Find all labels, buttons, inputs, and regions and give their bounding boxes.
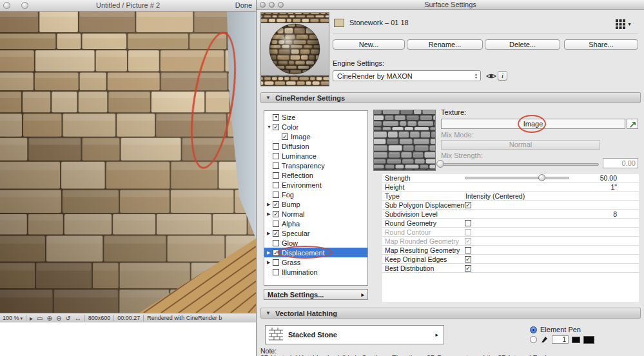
tree-item-fog[interactable]: Fog — [264, 190, 367, 199]
channel-checkbox[interactable] — [273, 172, 279, 179]
param-checkbox[interactable]: ✓ — [465, 256, 471, 262]
share-button[interactable]: Share... — [564, 39, 638, 50]
tree-item-reflection[interactable]: Reflection — [264, 170, 367, 180]
param-checkbox[interactable] — [465, 247, 471, 253]
mix-strength-slider-track[interactable] — [439, 163, 599, 166]
param-checkbox[interactable]: ✓ — [465, 265, 471, 272]
mix-mode-select[interactable]: Normal — [441, 140, 600, 150]
tree-item-normal[interactable]: ▶✓Normal — [264, 209, 367, 219]
match-settings-button[interactable]: Match Settings... ▸ — [264, 289, 368, 300]
channel-checkbox[interactable]: ✓ — [282, 134, 288, 140]
rotate-view-icon[interactable]: ↺ — [65, 314, 70, 322]
tree-item-luminance[interactable]: Luminance — [264, 151, 367, 161]
disclosure-down-icon[interactable]: ▼ — [266, 310, 271, 316]
texture-load-button[interactable] — [627, 119, 638, 129]
render-viewport — [0, 12, 256, 313]
pen-color-swatch[interactable] — [572, 337, 580, 343]
channel-checkbox[interactable] — [273, 143, 279, 150]
channel-checkbox[interactable] — [273, 221, 279, 227]
preview-eye-button[interactable] — [485, 71, 498, 81]
tree-item-transparency[interactable]: Transparency — [264, 161, 367, 170]
disclosure-right-icon[interactable]: ▶ — [267, 212, 273, 217]
new-button[interactable]: New... — [333, 39, 405, 50]
tree-item-label: Environment — [282, 181, 322, 189]
tree-item-environment[interactable]: Environment — [264, 180, 367, 190]
channel-checkbox[interactable] — [273, 153, 279, 159]
channel-checkbox[interactable]: ✓ — [273, 250, 279, 256]
tree-item-bump[interactable]: ▶✓Bump — [264, 199, 367, 209]
rendered-stone-wall-image — [0, 12, 256, 313]
param-label: Map Rounded Geometry — [382, 237, 463, 245]
engine-select[interactable]: CineRender by MAXON ▲▼ — [333, 70, 481, 81]
tree-item-label: Glow — [282, 239, 298, 247]
mix-strength-value-field[interactable]: 0.00 — [603, 158, 638, 168]
disclosure-right-icon[interactable]: ▶ — [267, 260, 273, 265]
divider — [113, 315, 114, 321]
channel-checkbox[interactable]: ✓ — [273, 201, 279, 208]
strength-slider-track[interactable] — [465, 177, 569, 179]
tree-item-displacement[interactable]: ▶✓Displacement — [264, 248, 367, 257]
pan-icon[interactable]: ↔ — [75, 314, 81, 322]
param-label: Strength — [382, 174, 463, 182]
element-pen-radio[interactable] — [530, 326, 537, 333]
pen-number-field[interactable]: 1 — [552, 335, 569, 344]
background-pen-swatch[interactable] — [583, 336, 594, 344]
param-checkbox[interactable] — [465, 220, 471, 226]
disclosure-right-icon[interactable]: ▶ — [267, 250, 273, 255]
mix-strength-slider-handle[interactable] — [436, 160, 444, 168]
rename-button[interactable]: Rename... — [407, 39, 483, 50]
zoom-out-icon[interactable]: ⊖ — [56, 314, 61, 322]
grid-icon — [615, 19, 626, 30]
render-time: 00:00:27 — [117, 315, 140, 321]
param-control: Intensity (Centered) — [463, 192, 569, 200]
section-header-vectorial[interactable]: ▼ Vectorial Hatching — [260, 308, 641, 319]
marquee-zoom-icon[interactable]: ▭ — [37, 314, 43, 322]
strength-slider-handle[interactable] — [538, 174, 545, 181]
channel-checkbox[interactable] — [273, 269, 279, 275]
channel-checkbox[interactable]: ✓ — [273, 211, 279, 217]
param-label: Subdivision Level — [382, 210, 463, 218]
custom-pen-option[interactable]: 1 — [530, 335, 594, 344]
tree-item-grass[interactable]: ▶Grass — [264, 257, 367, 267]
tree-item-illumination[interactable]: Illumination — [264, 267, 367, 277]
tree-item-label: Grass — [282, 259, 300, 266]
done-button[interactable]: Done — [235, 1, 252, 9]
section-header-cinerender[interactable]: ▼ CineRender Settings — [260, 92, 641, 103]
disclosure-right-icon[interactable]: ▶ — [267, 202, 273, 207]
material-list-button[interactable]: ▼ — [615, 16, 638, 32]
tree-item-color[interactable]: ▼✓Color — [264, 122, 367, 132]
channel-checkbox[interactable]: ✓ — [273, 230, 279, 237]
channel-checkbox[interactable]: ▪ — [273, 114, 279, 121]
param-value[interactable]: 8 — [569, 210, 639, 218]
tree-item-label: Fog — [282, 191, 294, 199]
delete-button[interactable]: Delete... — [485, 39, 560, 50]
param-text-value[interactable]: Intensity (Centered) — [465, 192, 525, 200]
tree-item-diffusion[interactable]: Diffusion — [264, 141, 367, 151]
tree-item-glow[interactable]: Glow — [264, 238, 367, 248]
tree-item-image[interactable]: ✓Image — [264, 132, 367, 141]
zoom-in-icon[interactable]: ⊕ — [47, 314, 52, 322]
hatching-select-button[interactable]: Stacked Stone ▸ — [265, 325, 444, 344]
zoom-control[interactable]: 100 % ▾ — [3, 314, 23, 322]
param-value[interactable]: 1" — [569, 183, 639, 191]
param-value[interactable]: 50.00 — [569, 174, 639, 182]
custom-pen-radio[interactable] — [530, 336, 537, 343]
tree-item-alpha[interactable]: Alpha — [264, 219, 367, 228]
channel-checkbox[interactable] — [273, 182, 279, 188]
disclosure-down-icon[interactable]: ▼ — [266, 95, 271, 101]
play-icon[interactable]: ▸ — [30, 314, 33, 322]
disclosure-down-icon[interactable]: ▼ — [267, 124, 273, 129]
info-button[interactable]: i — [498, 71, 507, 81]
tree-item-size[interactable]: ▪Size — [264, 112, 367, 122]
channel-checkbox[interactable] — [273, 163, 279, 169]
disclosure-right-icon[interactable]: ▶ — [267, 231, 273, 236]
texture-image-button[interactable]: Image — [441, 119, 625, 129]
channel-checkbox[interactable]: ✓ — [273, 124, 279, 130]
tree-item-specular[interactable]: ▶✓Specular — [264, 228, 367, 238]
mix-strength-label: Mix Strength: — [441, 152, 483, 159]
channel-checkbox[interactable] — [273, 240, 279, 246]
channel-checkbox[interactable] — [273, 192, 279, 198]
param-checkbox[interactable]: ✓ — [465, 202, 471, 208]
channel-checkbox[interactable] — [273, 259, 279, 266]
element-pen-option[interactable]: Element Pen — [530, 326, 581, 333]
